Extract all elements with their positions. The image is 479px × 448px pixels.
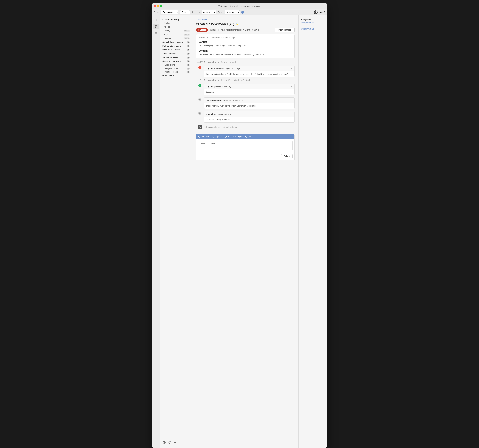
user-avatar — [314, 10, 318, 14]
event6-menu-button[interactable]: ··· — [289, 113, 293, 116]
event5-menu-button[interactable]: ··· — [289, 99, 293, 102]
folder-icon[interactable] — [173, 441, 177, 444]
svg-point-9 — [199, 79, 199, 80]
context-title: Context — [199, 40, 292, 43]
event5-content: thomas-jakemeyn commented 2 hours ago ··… — [204, 97, 295, 109]
radio-close[interactable] — [245, 136, 247, 137]
stashes-badge: SOON — [184, 37, 190, 39]
svg-rect-0 — [155, 32, 156, 33]
nav-tags[interactable]: Tags SOON — [160, 33, 192, 36]
first-comment-box: thomas-jakemeyn commented 4 hours ago Co… — [196, 34, 295, 58]
content-title: Content — [199, 49, 292, 52]
notification-icon[interactable] — [168, 441, 172, 444]
source-select[interactable]: This computer — [161, 10, 179, 14]
event4-menu-button[interactable]: ··· — [289, 85, 293, 88]
explore-repo-title[interactable]: Explore repository — [160, 17, 192, 21]
window-controls — [154, 5, 162, 7]
event6-content: bigorn0 commented just now ··· I am clos… — [204, 111, 295, 123]
event3-label: Thomas Jakemeyn Renamed "postalCode" to … — [204, 79, 252, 81]
tags-badge: SOON — [184, 34, 190, 36]
tab-request-changes[interactable]: Request changes — [225, 136, 242, 138]
open-by-me-badge: 0 — [187, 64, 190, 66]
nav-submit-review[interactable]: Submit for review 0 — [160, 56, 192, 59]
refresh-icon[interactable]: ↻ — [240, 23, 241, 26]
close-button[interactable] — [154, 5, 156, 7]
svg-point-11 — [199, 81, 199, 81]
submit-row: Submit — [196, 153, 294, 160]
icon-sidebar: { } — [152, 15, 160, 448]
assigned-to-me-badge: 0 — [187, 67, 190, 70]
content-area: < Back to list Created a new model (#5) … — [192, 15, 299, 448]
icon-braces[interactable]: { } — [153, 17, 159, 23]
comment-input[interactable] — [198, 141, 293, 150]
timeline-event4: ✓ bigorn0 approved 3 hours ago ··· Great… — [196, 84, 295, 95]
approved-icon: ✓ — [198, 84, 201, 87]
icon-branch[interactable] — [153, 24, 159, 29]
pr-status-row: ⇅ Closed thomas-jakemeyn wants to merge … — [196, 28, 295, 32]
comment6-icon — [198, 112, 201, 115]
nav-solve-conflicts[interactable]: Solve conflicts 0 — [160, 52, 192, 56]
nav-open-by-me[interactable]: Open by me 0 — [160, 63, 192, 67]
radio-comment[interactable] — [198, 136, 200, 137]
branch-select[interactable]: new-model — [225, 10, 240, 14]
username: bigorn0 — [319, 11, 325, 13]
reply-tabs: Comment Approve Request changes Close — [196, 134, 294, 139]
source-label: Source — [154, 11, 160, 13]
event1-label: Thomas Jakemeyn Created new model — [204, 61, 237, 63]
event4-content: bigorn0 approved 3 hours ago ··· Great j… — [204, 84, 295, 95]
reply-area: Comment Approve Request changes Close — [196, 134, 295, 160]
assignees-label: Assignees — [301, 18, 325, 20]
radio-approve[interactable] — [212, 136, 214, 137]
open-github-link[interactable]: Open in GitHub ↗ — [301, 28, 325, 30]
comment5-icon — [198, 98, 201, 101]
minimize-button[interactable] — [157, 5, 159, 7]
event2-content: bigorn0 requested changes 3 hours ago ··… — [204, 65, 295, 77]
back-link[interactable]: < Back to list — [196, 19, 207, 21]
nav-stashes[interactable]: Stashes SOON — [160, 36, 192, 40]
submit-button[interactable]: Submit — [281, 154, 293, 158]
assign-yourself-link[interactable]: assign yourself — [301, 22, 314, 24]
merge-icon — [198, 125, 202, 129]
icon-grid[interactable] — [153, 30, 159, 36]
nav-push-local[interactable]: Push local commits 0 — [160, 48, 192, 52]
nav-all-files[interactable]: All files — [160, 25, 192, 29]
nav-history[interactable]: History SOON — [160, 29, 192, 33]
maximize-button[interactable] — [160, 5, 162, 7]
review-changes-button[interactable]: Review changes... — [275, 28, 295, 32]
svg-point-8 — [200, 63, 201, 63]
nav-pull-remote[interactable]: Pull remote commits 0 — [160, 44, 192, 48]
titlebar: JSON model New Model - our-project : new… — [152, 3, 327, 9]
nav-check-prs[interactable]: Check pull requests 0 — [160, 59, 192, 63]
nav-assigned-to-me[interactable]: Assigned to me 0 — [160, 67, 192, 70]
nav-bottom — [160, 439, 192, 446]
submit-review-badge: 0 — [187, 57, 190, 58]
svg-rect-2 — [155, 33, 156, 34]
event2-menu-button[interactable]: ··· — [289, 67, 293, 70]
push-local-badge: 0 — [187, 49, 190, 51]
browse-button[interactable]: Browse — [180, 10, 190, 14]
info-icon[interactable]: i — [241, 11, 244, 14]
nav-all-prs[interactable]: All pull requests 0 — [160, 70, 192, 74]
nav-other-actions[interactable]: Other actions — [160, 74, 192, 78]
event4-body: Great job! — [204, 89, 294, 95]
solve-conflicts-badge: 0 — [187, 53, 190, 55]
edit-icon[interactable]: ✏️ — [235, 23, 238, 26]
tab-approve[interactable]: Approve — [212, 136, 222, 138]
settings-icon[interactable] — [162, 441, 166, 444]
app-window: JSON model New Model - our-project : new… — [152, 3, 327, 448]
pr-title: Created a new model (#5) ✏️ ↻ — [196, 22, 295, 26]
event2-body: Our convention is to use "zipCode" inste… — [204, 71, 294, 77]
timeline-event5: thomas-jakemeyn commented 2 hours ago ··… — [196, 97, 295, 109]
nav-models[interactable]: Models — [160, 21, 192, 25]
tab-close[interactable]: Close — [245, 136, 253, 138]
tab-comment[interactable]: Comment — [198, 136, 209, 138]
event6-card: bigorn0 commented just now ··· I am clos… — [204, 111, 295, 123]
status-badge: ⇅ Closed — [196, 28, 208, 32]
event2-card: bigorn0 requested changes 3 hours ago ··… — [204, 65, 295, 77]
radio-request[interactable] — [225, 136, 227, 137]
svg-point-4 — [164, 442, 165, 443]
event6-icon-col — [196, 111, 204, 115]
repository-select[interactable]: our-project — [202, 10, 216, 14]
nav-commit-local[interactable]: Commit local changes 0 — [160, 40, 192, 44]
window-title: JSON model New Model - our-project : new… — [218, 5, 261, 7]
